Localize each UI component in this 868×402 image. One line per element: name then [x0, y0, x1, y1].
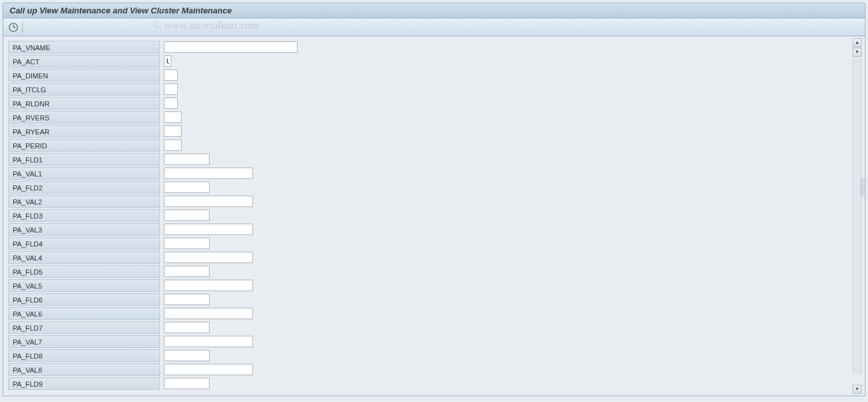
field-input[interactable]: [164, 280, 253, 291]
field-label: PA_VNAME: [8, 41, 160, 54]
field-input[interactable]: [164, 336, 253, 347]
form-row: PA_VAL1: [3, 166, 865, 180]
field-input[interactable]: [164, 196, 253, 207]
form-row: PA_FLD8: [3, 348, 865, 363]
field-label: PA_FLD6: [8, 293, 160, 306]
form-row: PA_RLDNR: [3, 96, 865, 110]
resize-handle-icon[interactable]: [860, 178, 865, 197]
field-label: PA_VAL6: [8, 307, 160, 320]
field-label: PA_VAL3: [8, 223, 160, 236]
field-label: PA_RYEAR: [8, 125, 160, 138]
field-input-cell: [164, 111, 182, 123]
field-input-cell: [164, 69, 178, 81]
field-input[interactable]: [164, 350, 210, 361]
field-input[interactable]: [164, 322, 210, 333]
field-input[interactable]: [164, 41, 298, 53]
form-row: PA_VAL3: [3, 222, 865, 236]
field-input-cell: [164, 266, 210, 277]
field-input-cell: [164, 126, 182, 137]
field-label: PA_FLD3: [8, 209, 160, 222]
form-row: PA_RVERS: [3, 110, 865, 124]
page-title: Call up View Maintenance and View Cluste…: [3, 3, 865, 18]
field-input-cell: [164, 83, 178, 95]
form-row: PA_VAL4: [3, 250, 865, 264]
form-row: PA_FLD3: [3, 208, 865, 222]
field-input-cell: [164, 168, 253, 179]
field-input[interactable]: [164, 154, 210, 165]
field-label: PA_VAL8: [8, 363, 160, 376]
field-input-cell: [164, 364, 253, 375]
field-label: PA_ITCLG: [8, 83, 160, 96]
field-input[interactable]: [164, 238, 210, 249]
field-input-cell: [164, 224, 253, 235]
field-input[interactable]: [164, 364, 253, 375]
field-input-cell: [164, 350, 210, 361]
field-input[interactable]: [164, 83, 178, 95]
field-input-cell: [164, 322, 210, 333]
scroll-down-top-icon[interactable]: ▼: [853, 48, 862, 57]
field-input-cell: [164, 97, 178, 109]
field-input-cell: [164, 308, 253, 319]
field-input[interactable]: [164, 140, 182, 151]
form-row: PA_VAL7: [3, 334, 865, 348]
field-input-cell: [164, 182, 210, 193]
field-input-cell: [164, 41, 298, 53]
field-label: PA_FLD8: [8, 349, 160, 362]
field-input[interactable]: [164, 168, 253, 179]
field-label: PA_FLD5: [8, 265, 160, 278]
field-input-cell: [164, 294, 210, 305]
form-row: PA_FLD9: [3, 377, 865, 391]
form-row: PA_FLD6: [3, 292, 865, 306]
form-row: PA_VAL8: [3, 363, 865, 377]
field-input[interactable]: [164, 266, 210, 277]
field-input-cell: [164, 238, 210, 249]
toolbar: [3, 18, 865, 36]
field-input[interactable]: [164, 97, 178, 109]
field-label: PA_RLDNR: [8, 97, 160, 110]
field-input[interactable]: [164, 111, 182, 123]
form-container: PA_VNAMEPA_ACTPA_DIMENPA_ITCLGPA_RLDNRPA…: [3, 36, 865, 391]
field-label: PA_RVERS: [8, 111, 160, 124]
form-row: PA_VAL2: [3, 194, 865, 208]
field-label: PA_FLD2: [8, 181, 160, 194]
field-input[interactable]: [164, 252, 253, 263]
field-input[interactable]: [164, 378, 210, 389]
form-row: PA_FLD4: [3, 236, 865, 250]
field-input-cell: [164, 196, 253, 207]
form-row: PA_FLD7: [3, 320, 865, 334]
field-input[interactable]: [164, 69, 178, 81]
field-input[interactable]: [164, 55, 171, 67]
field-input[interactable]: [164, 126, 182, 137]
field-label: PA_VAL1: [8, 167, 160, 180]
field-label: PA_FLD1: [8, 153, 160, 166]
field-label: PA_VAL2: [8, 195, 160, 208]
field-input-cell: [164, 55, 171, 67]
scrollbar-track[interactable]: [853, 58, 862, 374]
field-input[interactable]: [164, 308, 253, 319]
form-row: PA_FLD1: [3, 152, 865, 166]
form-row: PA_ITCLG: [3, 82, 865, 96]
field-label: PA_VAL4: [8, 251, 160, 264]
scroll-down-bottom-icon[interactable]: ▼: [853, 385, 862, 394]
field-label: PA_PERID: [8, 139, 160, 152]
field-input[interactable]: [164, 294, 210, 305]
field-input-cell: [164, 336, 253, 347]
field-label: PA_DIMEN: [8, 69, 160, 82]
field-input-cell: [164, 140, 182, 151]
field-input-cell: [164, 378, 210, 389]
field-input-cell: [164, 280, 253, 291]
field-input[interactable]: [164, 224, 253, 235]
toolbar-divider: [22, 22, 23, 33]
field-label: PA_ACT: [8, 55, 160, 68]
form-row: PA_RYEAR: [3, 124, 865, 138]
scroll-up-bottom-icon[interactable]: ▲: [853, 38, 862, 47]
field-input[interactable]: [164, 210, 210, 221]
form-row: PA_VAL5: [3, 278, 865, 292]
field-label: PA_FLD4: [8, 237, 160, 250]
field-input-cell: [164, 154, 210, 165]
execute-icon[interactable]: [8, 22, 18, 32]
field-label: PA_FLD7: [8, 321, 160, 334]
form-row: PA_DIMEN: [3, 68, 865, 82]
field-input[interactable]: [164, 182, 210, 193]
content-area: ▲ ▼ ▲ ▼ PA_VNAMEPA_ACTPA_DIMENPA_ITCLGPA…: [3, 36, 865, 396]
